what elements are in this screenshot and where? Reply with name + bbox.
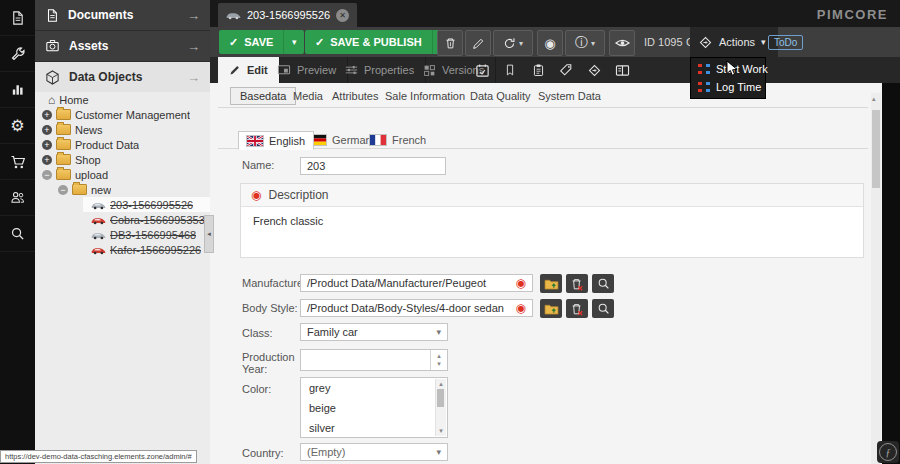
tree-item-product-data[interactable]: + Product Data [35,137,210,152]
menu-item-log-time[interactable]: Log Time [691,78,765,96]
tree-item-db3[interactable]: DB3-1566995468 [35,227,210,242]
expand-icon[interactable]: + [42,155,52,165]
gear-icon: ⚙ [10,118,24,134]
actions-button[interactable]: Actions ▾ [690,27,778,57]
rail-settings[interactable]: ⚙ [0,108,35,144]
langtab-french[interactable]: French [362,131,434,148]
sidebar-panel-documents[interactable]: Documents → [35,0,210,31]
scroll-thumb[interactable] [872,110,880,188]
rail-search[interactable] [0,216,35,252]
country-label: Country: [242,447,284,459]
bookmark-button[interactable] [500,60,520,80]
tree-item-new[interactable]: − new [35,182,210,197]
sidebar-panel-data-objects[interactable]: Data Objects → [35,62,210,93]
open-object-tab[interactable]: 203-1566995526 ✕ [218,3,357,27]
tree-item-203[interactable]: 203-1566995526 [35,197,210,212]
locate-in-tree-button[interactable]: ◉ [537,30,563,56]
subtab-attributes[interactable]: Attributes [332,90,378,102]
content-scrollbar[interactable]: ▴ [871,93,881,464]
reload-button[interactable]: ▾ [493,30,533,56]
subtab-basedata[interactable]: Basedata [230,87,296,105]
calendar-icon [475,63,490,78]
save-button[interactable]: ✓SAVE ▾ [219,30,304,54]
class-select[interactable]: Family car ▾ [300,323,448,341]
save-dropdown[interactable]: ▾ [283,30,304,54]
country-select[interactable]: (Empty) ▾ [300,443,448,461]
expand-icon[interactable]: + [42,125,52,135]
expand-icon[interactable]: + [42,140,52,150]
scroll-up-icon[interactable]: ▴ [436,380,446,388]
tree-item-upload[interactable]: − upload [35,167,210,182]
body-style-search-button[interactable] [592,299,614,318]
schedule-button[interactable] [472,60,492,80]
file-icon [10,10,25,26]
home-icon: ⌂ [48,95,55,105]
subtab-data-quality[interactable]: Data Quality [470,90,531,102]
notes-button[interactable] [528,60,548,80]
tag-button[interactable] [556,60,576,80]
body-style-input[interactable]: /Product Data/Body-Styles/4-door sedan ◉ [300,299,533,317]
extension-badge[interactable]: ƒ [877,441,899,463]
color-option-grey[interactable]: grey [301,378,447,398]
split-view-button[interactable] [612,60,632,80]
scroll-down-icon[interactable]: ▾ [436,427,446,435]
rail-ecommerce[interactable] [0,144,35,180]
tag-icon [559,63,573,77]
tree-item-kafer[interactable]: Kafer-1566995226 [35,242,210,257]
langtab-english[interactable]: English [238,131,314,150]
viewport-edge [882,83,900,464]
manufacturer-open-folder-button[interactable] [540,274,562,293]
rail-reports[interactable] [0,72,35,108]
description-editor[interactable]: French classic [241,207,863,257]
workflow-button[interactable] [584,60,604,80]
tree-item-customer-management[interactable]: + Customer Management [35,107,210,122]
scroll-thumb[interactable] [437,389,444,407]
arrow-right-icon: → [187,8,200,23]
search-icon [597,277,610,290]
manufacturer-input[interactable]: /Product Data/Manufacturer/Peugeot ◉ [300,274,533,292]
scroll-up-icon[interactable]: ▴ [872,95,876,103]
sidebar-panel-assets[interactable]: Assets → [35,31,210,62]
open-preview-button[interactable] [609,30,635,56]
save-publish-button[interactable]: ✓SAVE & PUBLISH ▾ [305,30,453,54]
color-listbox[interactable]: grey beige silver ▴ ▾ [300,377,448,438]
color-option-beige[interactable]: beige [301,398,447,418]
listbox-scrollbar[interactable]: ▴ ▾ [435,379,446,436]
tree-item-news[interactable]: + News [35,122,210,137]
manufacturer-search-button[interactable] [592,274,614,293]
script-f-icon: ƒ [879,443,897,461]
tree-item-shop[interactable]: + Shop [35,152,210,167]
todo-badge[interactable]: ToDo [768,35,803,50]
workflow-dots-icon [698,64,710,75]
subtab-media[interactable]: Media [293,90,323,102]
rail-documents[interactable] [0,0,35,36]
tree-item-home[interactable]: ⌂ Home [35,92,210,107]
name-input[interactable]: 203 [300,157,446,175]
rename-button[interactable] [465,30,491,56]
tree-item-cobra[interactable]: Cobra-1566995353 [35,212,210,227]
close-icon[interactable]: ✕ [336,9,349,22]
folder-icon [56,154,71,165]
manufacturer-clear-button[interactable] [566,274,588,293]
rail-tools[interactable] [0,36,35,72]
rail-users[interactable] [0,180,35,216]
collapse-icon[interactable]: − [42,170,52,180]
actions-menu: Start Work Log Time [690,57,766,99]
sidebar-collapse-handle[interactable]: ◂ [204,215,214,253]
spinner-arrows[interactable]: ▴ ▾ [430,350,447,370]
bar-chart-icon [10,82,25,97]
arrow-right-icon: → [187,39,200,54]
color-label: Color: [242,383,271,395]
body-style-open-folder-button[interactable] [540,299,562,318]
subtab-sale-information[interactable]: Sale Information [385,90,465,102]
expand-icon[interactable]: + [42,110,52,120]
delete-button[interactable] [437,30,463,56]
color-option-silver[interactable]: silver [301,418,447,438]
subtab-system-data[interactable]: System Data [538,90,601,102]
collapse-icon[interactable]: − [58,185,68,195]
production-year-spinner[interactable]: ▴ ▾ [300,349,448,371]
menu-item-start-work[interactable]: Start Work [691,60,765,78]
info-button[interactable]: ⓘ ▾ [565,30,605,56]
body-style-clear-button[interactable] [566,299,588,318]
check-icon: ✓ [229,36,238,49]
